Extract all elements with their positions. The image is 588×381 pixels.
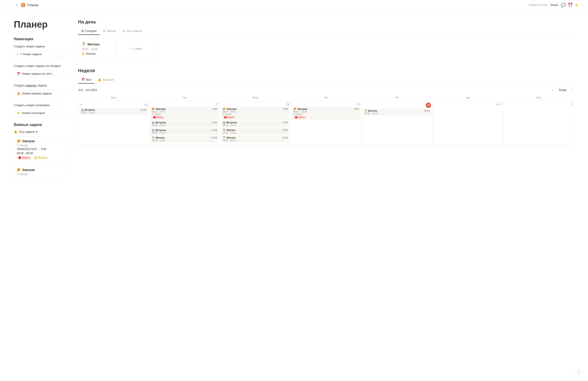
col-mon: Mon [78, 95, 149, 101]
day-cards-list: 🏋️ Фитнес 19:00 - 20:00 ☀️ Личные + + Ne… [78, 39, 574, 59]
week-tab-important[interactable]: ⚠️ Важные [94, 76, 117, 84]
back-button[interactable]: ‹ [4, 2, 8, 8]
history-icon[interactable]: ⏰ [568, 2, 573, 8]
tab-today-label: Сегодня [85, 29, 96, 33]
week-section: Неделя 📅 Все ⚠️ Важные Jun - Jul 2023 ‹ … [78, 68, 574, 145]
cal-event-wed-4[interactable]: 🏋️ Фитнес 19:00 19:00 - 20:00 [221, 135, 289, 142]
badge-tue-important: 🔴 Важно [152, 116, 165, 119]
cal-today-button[interactable]: Today [557, 88, 568, 92]
add-page-button[interactable]: + [15, 2, 19, 8]
cal-event-wed-2[interactable]: 🏢 Встреча 14:00 14:00 - 15:00 [221, 120, 289, 127]
cal-cell-mon: + 26 🏢 Встреча 14:00 14:00 - 15:00 [78, 101, 149, 145]
day-heading: На день [78, 19, 574, 24]
task-date-1: 29/06/2023 8:00 → 9:00 [17, 148, 61, 151]
sidebar-nav-heading: Навигация [14, 37, 64, 41]
page-title: Планер [14, 19, 64, 30]
today-task-button[interactable]: 📅 Новая задача на сего... [14, 70, 64, 77]
topbar-actions: 💬 ⏰ ★ ⋯ [561, 2, 584, 8]
new-task-label: Создать новую задачу [14, 44, 64, 48]
cal-date-fri: + 30 [363, 103, 431, 108]
calendar-header: Jun - Jul 2023 ‹ Today › [78, 87, 574, 92]
calendar-icon-all: 📅 [81, 78, 85, 81]
grid-icon-tomorrow: ⊞ [103, 29, 105, 33]
warning-small-icon: ⚠️ [14, 130, 18, 134]
page-icon: ⏱ [21, 3, 25, 7]
new-category-button[interactable]: 📁 Новая категория [14, 110, 64, 116]
warning-icon: ⚠️ [17, 92, 21, 95]
week-filter-label: Эта неделя [19, 130, 35, 134]
task-name-2: Завтрак [22, 168, 35, 172]
add-event-mon[interactable]: + [80, 103, 83, 107]
badge-wed-important: 🔴 Важно [223, 116, 236, 119]
sidebar-category-section: Создать новую категорию 📁 Новая категори… [14, 103, 64, 116]
week-tab-all-label: Все [86, 78, 91, 81]
cal-event-mon-1[interactable]: 🏢 Встреча 14:00 14:00 - 15:00 [80, 108, 147, 115]
cal-cell-fri: + 30 🏋️ Фитнес 19:00 19:00 - 20:00 [361, 101, 432, 145]
important-heading: Важные задачи [14, 123, 64, 127]
star-icon[interactable]: ★ [575, 2, 578, 8]
cal-prev-button[interactable]: ‹ [551, 87, 555, 92]
important-task-card-2: 🥐 Завтрак С Леной [14, 165, 64, 179]
col-fri: Fri [361, 95, 432, 101]
cal-date-sun: + 2 [505, 103, 573, 106]
cal-event-tue-2[interactable]: 🏢 Встреча 14:00 14:00 - 15:00 [150, 120, 218, 127]
week-filter[interactable]: ⚠️ Эта неделя ▾ [14, 130, 64, 134]
important-task-button[interactable]: ⚠️ Новая важная задача [14, 90, 64, 97]
tab-thisweek[interactable]: ⊞ Эта неделя [119, 27, 145, 35]
important-task-label: Создать важную задачу [14, 83, 64, 88]
day-tabs: ⊞ Сегодня ⊞ Завтра ⊞ Эта неделя [78, 27, 574, 35]
day-section: На день ⊞ Сегодня ⊞ Завтра ⊞ Эта неделя [78, 19, 574, 59]
new-plus-icon: + [130, 47, 132, 50]
cal-cell-tue: + 27 🥐 Завтрак 8:00 08:00 - 09:00 С Лено… [149, 101, 220, 145]
cal-date-mon: + 26 [80, 103, 147, 107]
day-event-title-1: 🏋️ Фитнес [82, 42, 111, 46]
day-event-cat-1: ☀️ Личные [82, 52, 111, 55]
col-sun: Sun [503, 95, 574, 101]
category-icon: 📁 [17, 111, 21, 115]
cal-event-tue-4[interactable]: 🏋️ Фитнес 19:00 19:00 - 20:00 [150, 135, 218, 142]
col-sat: Sat [433, 95, 503, 101]
important-tasks-section: Важные задачи ⚠️ Эта неделя ▾ 🥐 Завтрак … [14, 123, 64, 179]
calendar-month: Jun - Jul 2023 [78, 88, 97, 92]
chevron-down-icon: ▾ [36, 130, 38, 134]
cal-event-wed-1[interactable]: 🥐 Завтрак 8:00 08:00 - 09:00 С Леной 🔴 В… [221, 107, 289, 120]
calendar-nav: ‹ Today › [551, 87, 574, 92]
sidebar-today-section: Создать новую задачу на сегодня 📅 Новая … [14, 64, 64, 77]
cal-cell-sat: + Jul 1 [433, 101, 503, 145]
cal-event-fri-1[interactable]: 🏋️ Фитнес 19:00 19:00 - 20:00 [363, 109, 431, 116]
new-task-button[interactable]: + + Новая задача [14, 51, 64, 57]
task-name-1: Завтрак [22, 139, 35, 143]
tab-tomorrow[interactable]: ⊞ Завтра [100, 27, 119, 35]
cal-event-thu-1[interactable]: 🥐 Завтрак 8:00 08:00 - 09:00 С Леной 🔴 В… [292, 107, 360, 120]
topbar-left: ‹ › + ⏱ Планер [4, 2, 38, 8]
comment-icon[interactable]: 💬 [561, 2, 566, 8]
cal-event-tue-3[interactable]: 🏢 Встреча 14:00 14:00 - 15:00 [150, 128, 218, 135]
task-sub-1: С Леной [17, 144, 61, 147]
task-sub-2: С Леной [17, 173, 61, 176]
cal-cell-sun: + 2 [503, 101, 574, 145]
grid-icon-today: ⊞ [81, 29, 84, 33]
today-task-label: Создать новую задачу на сегодня [14, 64, 64, 68]
week-heading: Неделя [78, 68, 574, 73]
cal-cell-wed: + 28 🥐 Завтрак 8:00 08:00 - 09:00 С Лено… [220, 101, 291, 145]
topbar-right: Edited just now Share 💬 ⏰ ★ ⋯ [529, 2, 584, 8]
cal-event-tue-1[interactable]: 🥐 Завтрак 8:00 08:00 - 09:00 С Леной 🔴 В… [150, 107, 218, 120]
cal-event-wed-3[interactable]: 🏋️ Фитнес 19:00 19:00 - 20:00 [221, 128, 289, 135]
day-event-emoji-1: 🏋️ [82, 42, 86, 46]
forward-button[interactable]: › [8, 2, 12, 8]
important-link[interactable]: важную [26, 84, 37, 87]
cat-emoji-1: ☀️ [82, 52, 85, 55]
tab-today[interactable]: ⊞ Сегодня [78, 27, 100, 35]
cal-next-button[interactable]: › [570, 87, 574, 92]
category-btn-label: Новая категория [22, 111, 45, 115]
task-emoji-1: 🥐 [17, 139, 21, 143]
calendar-icon: 📅 [17, 72, 21, 75]
task-emoji-2: 🥐 [17, 168, 21, 172]
new-event-card[interactable]: + + New [118, 39, 154, 59]
topbar-title: Планер [27, 3, 38, 7]
more-icon[interactable]: ⋯ [580, 2, 584, 8]
new-event-label: + New [133, 47, 142, 50]
topbar: ‹ › + ⏱ Планер Edited just now Share 💬 ⏰… [0, 0, 588, 10]
week-tab-all[interactable]: 📅 Все [78, 76, 94, 84]
share-button[interactable]: Share [550, 3, 558, 7]
